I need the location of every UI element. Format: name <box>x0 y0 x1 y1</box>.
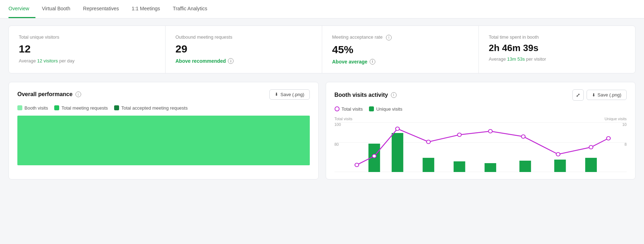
acceptance-badge-info-icon[interactable]: i <box>370 59 375 65</box>
bar-5 <box>485 163 496 172</box>
activity-chart-header: Booth visits activity i ⤢ ⬇ Save (.png) <box>335 89 627 101</box>
legend-booth-visits: Booth visits <box>17 105 48 111</box>
activity-save-button[interactable]: ⬇ Save (.png) <box>587 90 627 100</box>
bar-4 <box>453 161 465 172</box>
y-left-label: Total visits <box>335 117 353 121</box>
stat-acceptance-rate: Meeting acceptance rate i 45% Above aver… <box>322 26 478 73</box>
activity-chart-actions: ⤢ ⬇ Save (.png) <box>572 89 627 101</box>
nav-item-overview[interactable]: Overview <box>9 0 35 18</box>
performance-info-icon[interactable]: i <box>75 92 81 97</box>
bar-7 <box>554 160 566 172</box>
performance-title-area: Overall performance i <box>17 91 81 98</box>
activity-expand-button[interactable]: ⤢ <box>572 89 584 101</box>
activity-line-chart-svg <box>345 122 616 172</box>
performance-chart-header: Overall performance i ⬇ Save (.png) <box>17 89 310 100</box>
stat-time-value: 2h 46m 39s <box>489 43 625 54</box>
charts-row: Overall performance i ⬇ Save (.png) Boot… <box>9 82 635 179</box>
bar-2 <box>392 133 403 172</box>
performance-legend: Booth visits Total meeting requests Tota… <box>17 105 310 111</box>
activity-chart-title: Booth visits activity <box>335 92 388 98</box>
main-content: Total unique visitors 12 Average 12 visi… <box>0 18 644 244</box>
activity-legend: Total visits Unique visits <box>335 106 627 112</box>
activity-download-icon: ⬇ <box>592 93 595 98</box>
performance-bar-chart <box>17 116 310 165</box>
stats-row: Total unique visitors 12 Average 12 visi… <box>9 26 635 73</box>
stat-unique-visitors-sub: Average 12 visitors per day <box>19 58 155 63</box>
nav-item-virtual-booth[interactable]: Virtual Booth <box>35 0 77 18</box>
dot-5 <box>457 133 461 137</box>
stat-acceptance-label: Meeting acceptance rate i <box>332 34 469 40</box>
stat-time-sub: Average 13m 53s per visitor <box>489 56 625 62</box>
expand-icon: ⤢ <box>576 92 580 98</box>
nav-item-traffic[interactable]: Traffic Analytics <box>167 0 214 18</box>
legend-total-visits: Total visits <box>335 106 363 112</box>
acceptance-info-icon[interactable]: i <box>386 35 392 40</box>
dot-6 <box>488 129 492 133</box>
stat-outbound-value: 29 <box>175 43 312 55</box>
download-icon: ⬇ <box>275 92 278 97</box>
axis-labels-row: Total visits Unique visits <box>335 117 627 121</box>
stat-acceptance-value: 45% <box>332 43 469 56</box>
dot-1 <box>355 163 359 167</box>
stat-time-label: Total time spent in booth <box>489 34 625 40</box>
stat-outbound-badge: Above recommended i <box>175 58 312 64</box>
dot-9 <box>589 145 593 149</box>
dot-3 <box>395 127 399 131</box>
stat-time-spent: Total time spent in booth 2h 46m 39s Ave… <box>479 26 635 73</box>
activity-title-area: Booth visits activity i <box>335 92 397 98</box>
performance-chart-title: Overall performance <box>17 91 73 98</box>
stat-unique-visitors: Total unique visitors 12 Average 12 visi… <box>9 26 165 73</box>
y-right-label: Unique visits <box>605 117 627 121</box>
stat-acceptance-badge: Above average i <box>332 59 469 65</box>
chart-plot-area: 100 80 10 8 <box>335 122 627 172</box>
dot-2 <box>372 154 376 158</box>
legend-total-visits-dot <box>335 106 340 111</box>
navigation: Overview Virtual Booth Representatives 1… <box>0 0 644 18</box>
legend-accepted-requests: Total accepted meeting requests <box>114 105 187 111</box>
y-right-10: 10 <box>622 122 627 127</box>
bar-6 <box>519 161 531 172</box>
activity-chart-card: Booth visits activity i ⤢ ⬇ Save (.png) <box>326 82 636 179</box>
performance-chart-actions: ⬇ Save (.png) <box>269 89 309 100</box>
dot-4 <box>426 140 430 144</box>
legend-unique-visits-dot <box>369 106 374 111</box>
activity-chart-area: Total visits Unique visits 100 80 10 8 <box>335 117 627 172</box>
nav-item-representatives[interactable]: Representatives <box>77 0 125 18</box>
legend-accepted-requests-dot <box>114 105 119 110</box>
y-left-80: 80 <box>335 142 339 146</box>
y-right-8: 8 <box>625 142 627 146</box>
bar-3 <box>422 158 434 172</box>
y-left-100: 100 <box>335 122 341 127</box>
dot-8 <box>556 152 560 156</box>
nav-item-meetings[interactable]: 1:1 Meetings <box>125 0 166 18</box>
performance-save-button[interactable]: ⬇ Save (.png) <box>269 89 309 100</box>
dot-7 <box>521 135 525 138</box>
stat-unique-visitors-value: 12 <box>19 43 155 55</box>
dot-10 <box>606 137 610 140</box>
legend-booth-visits-dot <box>17 105 22 110</box>
stat-outbound-requests: Outbound meeting requests 29 Above recom… <box>166 26 322 73</box>
performance-chart-card: Overall performance i ⬇ Save (.png) Boot… <box>9 82 319 179</box>
bar-8 <box>585 158 597 172</box>
legend-total-requests-dot <box>54 105 59 110</box>
legend-total-requests: Total meeting requests <box>54 105 108 111</box>
stat-outbound-label: Outbound meeting requests <box>175 34 312 40</box>
outbound-info-icon[interactable]: i <box>228 58 234 64</box>
legend-unique-visits: Unique visits <box>369 106 402 112</box>
activity-info-icon[interactable]: i <box>391 92 397 98</box>
stat-unique-visitors-label: Total unique visitors <box>19 34 155 40</box>
